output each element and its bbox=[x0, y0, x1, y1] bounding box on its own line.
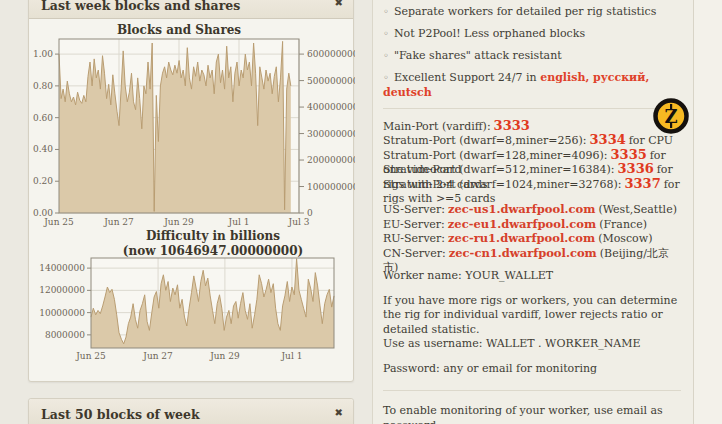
support-text: Excellent Support 24/7 in bbox=[394, 71, 540, 84]
panel-last-50-blocks: Last 50 blocks of week ✖ bbox=[28, 398, 354, 424]
svg-text:Jun 25: Jun 25 bbox=[43, 217, 74, 227]
svg-text:10000000: 10000000 bbox=[39, 308, 85, 318]
port-line: Main-Port (vardiff):3333 bbox=[383, 119, 681, 134]
svg-text:Jun 27: Jun 27 bbox=[142, 351, 173, 361]
server-host-link[interactable]: zec-cn1.dwarfpool.com bbox=[449, 246, 597, 260]
port-number: 3336 bbox=[618, 161, 654, 176]
worker-name-line: Worker name: YOUR_WALLET bbox=[383, 269, 681, 284]
svg-text:0.40: 0.40 bbox=[33, 144, 53, 154]
svg-text:12000000: 12000000 bbox=[39, 285, 85, 295]
feature-item: ◦Separate workers for detailed per rig s… bbox=[383, 5, 681, 20]
port-line: Stratum-Port (dwarf=8,miner=256):3334for… bbox=[383, 133, 681, 148]
port-line: Stratum-Port (dwarf=512,miner=16384):333… bbox=[383, 162, 681, 177]
port-number: 3334 bbox=[590, 132, 626, 147]
svg-text:Jul 3: Jul 3 bbox=[288, 217, 310, 227]
blocks-and-shares-chart: 0.000.200.400.600.801.00Jun 25Jun 27Jun … bbox=[29, 29, 355, 235]
panel-last-week-blocks: Last week blocks and shares ✖ Blocks and… bbox=[28, 0, 354, 382]
port-label: Stratum-Port (dwarf=512,miner=16384): bbox=[383, 163, 615, 176]
bullet-icon: ◦ bbox=[383, 28, 389, 39]
monitoring-enable-line: To enable monitoring of your worker, use… bbox=[383, 404, 681, 424]
svg-text:500000000: 500000000 bbox=[307, 76, 355, 86]
svg-text:Jun 29: Jun 29 bbox=[209, 351, 240, 361]
server-label: CN-Server: bbox=[383, 247, 446, 260]
port-line: Stratum-Port (dwarf=128,miner=4096):3335… bbox=[383, 148, 681, 163]
chart2-title: Difficulty in billions bbox=[93, 229, 333, 243]
server-line: CN-Server:zec-cn1.dwarfpool.com(Beijing/… bbox=[383, 246, 681, 261]
server-host-link[interactable]: zec-us1.dwarfpool.com bbox=[448, 202, 595, 216]
svg-text:Jun 27: Jun 27 bbox=[103, 217, 134, 227]
divider bbox=[383, 390, 681, 391]
server-line: EU-Server:zec-eu1.dwarfpool.com(France) bbox=[383, 217, 681, 232]
features-list: ◦Separate workers for detailed per rig s… bbox=[383, 2, 681, 100]
feature-item: ◦Not P2Pool! Less orphaned blocks bbox=[383, 27, 681, 42]
port-label: Stratum-Port (dwarf=8,miner=256): bbox=[383, 134, 587, 147]
panel-title: Last 50 blocks of week bbox=[41, 407, 200, 422]
worker-username-line: Use as username: WALLET . WORKER_NAME bbox=[383, 337, 683, 352]
bullet-icon: ◦ bbox=[383, 50, 389, 61]
server-line: RU-Server:zec-ru1.dwarfpool.com(Moscow) bbox=[383, 231, 681, 246]
port-line: Stratum-Port (dwarf=1024,miner=32768):33… bbox=[383, 177, 681, 192]
server-label: EU-Server: bbox=[383, 218, 445, 231]
port-number: 3333 bbox=[494, 118, 530, 133]
bullet-icon: ◦ bbox=[383, 6, 389, 17]
server-location: (Moscow) bbox=[598, 232, 652, 245]
port-number: 3335 bbox=[611, 147, 647, 162]
svg-text:1.00: 1.00 bbox=[33, 49, 53, 59]
server-label: RU-Server: bbox=[383, 232, 445, 245]
feature-text: Not P2Pool! Less orphaned blocks bbox=[394, 27, 585, 40]
close-icon[interactable]: ✖ bbox=[335, 0, 343, 8]
difficulty-chart: 8000000100000001200000014000000Jun 25Jun… bbox=[29, 251, 355, 365]
server-line: US-Server:zec-us1.dwarfpool.com(West,Sea… bbox=[383, 202, 681, 217]
server-label: US-Server: bbox=[383, 203, 445, 216]
feature-text: Separate workers for detailed per rig st… bbox=[394, 5, 656, 18]
zcash-logo-svg: Z bbox=[653, 98, 689, 134]
feature-item-support: ◦Excellent Support 24/7 in english, русс… bbox=[383, 71, 681, 100]
svg-text:400000000: 400000000 bbox=[307, 102, 355, 112]
svg-text:0.20: 0.20 bbox=[33, 176, 53, 186]
password-line: Password: any or email for monitoring bbox=[383, 362, 681, 377]
panel-last-week-header[interactable]: Last week blocks and shares ✖ bbox=[29, 0, 353, 19]
svg-text:100000000: 100000000 bbox=[307, 182, 355, 192]
svg-text:0: 0 bbox=[307, 208, 313, 218]
worker-description: If you have more rigs or workers, you ca… bbox=[383, 294, 683, 352]
ports-block: Main-Port (vardiff):3333 Stratum-Port (d… bbox=[383, 119, 681, 192]
port-label: Stratum-Port (dwarf=1024,miner=32768): bbox=[383, 178, 622, 191]
svg-text:600000000: 600000000 bbox=[307, 49, 355, 59]
close-icon[interactable]: ✖ bbox=[335, 407, 343, 418]
page-right-margin bbox=[694, 0, 722, 424]
server-location: (France) bbox=[599, 218, 647, 231]
svg-text:8000000: 8000000 bbox=[45, 330, 85, 340]
svg-text:14000000: 14000000 bbox=[39, 263, 85, 273]
svg-text:Jun 29: Jun 29 bbox=[163, 217, 194, 227]
svg-text:Jun 25: Jun 25 bbox=[75, 351, 106, 361]
feature-text: "Fake shares" attack resistant bbox=[394, 49, 562, 62]
server-location: (West,Seattle) bbox=[598, 203, 677, 216]
panel-title: Last week blocks and shares bbox=[41, 0, 240, 13]
panel-last-50-header[interactable]: Last 50 blocks of week ✖ bbox=[29, 399, 353, 424]
svg-text:Jul 1: Jul 1 bbox=[281, 351, 303, 361]
info-column: ◦Separate workers for detailed per rig s… bbox=[372, 0, 694, 424]
server-host-link[interactable]: zec-ru1.dwarfpool.com bbox=[448, 231, 595, 245]
port-number: 3337 bbox=[625, 176, 661, 191]
svg-text:Jul 1: Jul 1 bbox=[228, 217, 250, 227]
port-note: for CPU bbox=[629, 134, 673, 147]
servers-block: US-Server:zec-us1.dwarfpool.com(West,Sea… bbox=[383, 202, 681, 260]
worker-desc-text: If you have more rigs or workers, you ca… bbox=[383, 294, 683, 338]
zcash-logo-icon: Z bbox=[653, 98, 689, 134]
feature-item: ◦"Fake shares" attack resistant bbox=[383, 49, 681, 64]
divider bbox=[383, 108, 681, 109]
svg-text:0.60: 0.60 bbox=[33, 113, 53, 123]
svg-text:200000000: 200000000 bbox=[307, 155, 355, 165]
svg-text:0.80: 0.80 bbox=[33, 81, 53, 91]
port-label: Main-Port (vardiff): bbox=[383, 120, 491, 133]
server-host-link[interactable]: zec-eu1.dwarfpool.com bbox=[448, 217, 596, 231]
svg-text:300000000: 300000000 bbox=[307, 129, 355, 139]
port-label: Stratum-Port (dwarf=128,miner=4096): bbox=[383, 149, 608, 162]
page: Last week blocks and shares ✖ Blocks and… bbox=[0, 0, 722, 424]
bullet-icon: ◦ bbox=[383, 72, 389, 83]
